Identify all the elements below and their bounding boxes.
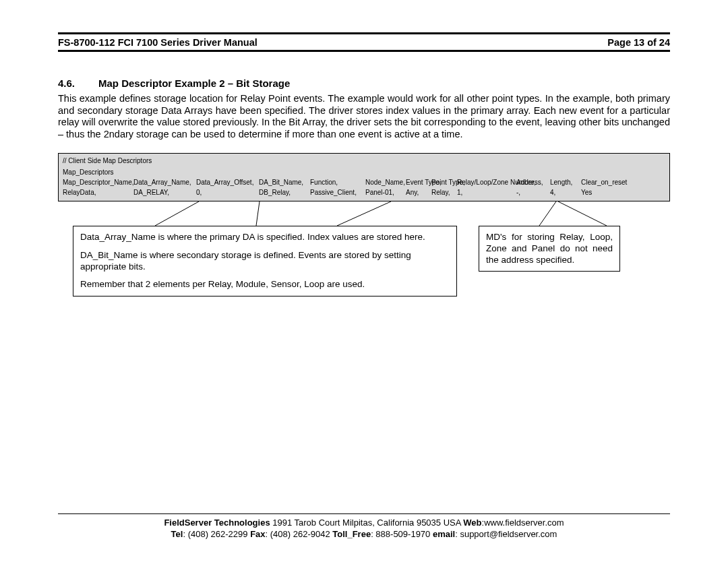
map-descriptor-table: // Client Side Map Descriptors Map_Descr… xyxy=(58,153,670,201)
footer-toll-label: Toll_Free xyxy=(332,529,371,539)
footer-tel-label: Tel xyxy=(171,529,183,539)
footer-fax-label: Fax xyxy=(250,529,265,539)
svg-line-3 xyxy=(539,201,556,226)
footer-web: :www.fieldserver.com xyxy=(482,518,564,528)
col-header: Node_Name, xyxy=(365,178,406,187)
cell: Relay, xyxy=(431,188,457,197)
callout-text: MD's for storing Relay, Loop, Zone and P… xyxy=(486,232,613,265)
page-number: Page 13 of 24 xyxy=(607,37,670,48)
callout-text: Data_Array_Name is where the primary DA … xyxy=(80,232,450,243)
cell: 0, xyxy=(196,188,259,197)
col-header: Data_Array_Offset, xyxy=(196,178,259,187)
col-header: Address, xyxy=(516,178,550,187)
footer-tel: : (408) 262-2299 xyxy=(183,529,250,539)
svg-line-2 xyxy=(337,201,391,226)
footer-web-label: Web xyxy=(463,518,481,528)
col-header: Clear_on_reset xyxy=(581,178,635,187)
callout-box-left: Data_Array_Name is where the primary DA … xyxy=(73,226,457,297)
footer-address: 1991 Tarob Court Milpitas, California 95… xyxy=(270,518,464,528)
svg-line-4 xyxy=(558,201,607,226)
footer-fax: : (408) 262-9042 xyxy=(266,529,333,539)
table-comment: // Client Side Map Descriptors xyxy=(63,156,665,165)
section-title: Map Descriptor Example 2 – Bit Storage xyxy=(98,77,290,89)
section-paragraph: This example defines storage location fo… xyxy=(58,93,670,141)
col-header: Length, xyxy=(550,178,581,187)
footer-company: FieldServer Technologies xyxy=(164,518,270,528)
cell: DB_Relay, xyxy=(259,188,310,197)
col-header: Function, xyxy=(310,178,365,187)
col-header: Relay/Loop/Zone Number, xyxy=(457,178,516,187)
page-footer: FieldServer Technologies 1991 Tarob Cour… xyxy=(58,513,670,540)
section-heading: 4.6. Map Descriptor Example 2 – Bit Stor… xyxy=(58,77,670,89)
cell: RelayData, xyxy=(63,188,133,197)
page-header: FS-8700-112 FCI 7100 Series Driver Manua… xyxy=(58,36,670,52)
cell: DA_RELAY, xyxy=(133,188,196,197)
cell: -, xyxy=(516,188,550,197)
doc-title: FS-8700-112 FCI 7100 Series Driver Manua… xyxy=(58,37,257,48)
callout-text: DA_Bit_Name is where secondary storage i… xyxy=(80,250,450,273)
section-number: 4.6. xyxy=(58,77,98,89)
callout-box-right: MD's for storing Relay, Loop, Zone and P… xyxy=(479,226,620,272)
cell: Panel-01, xyxy=(365,188,406,197)
col-header: Point Type, xyxy=(431,178,457,187)
cell: Yes xyxy=(581,188,635,197)
footer-toll: : 888-509-1970 xyxy=(371,529,433,539)
table-header-row: Map_Descriptor_Name, Data_Array_Name, Da… xyxy=(63,178,665,187)
col-header: Event Type, xyxy=(406,178,431,187)
cell: Any, xyxy=(406,188,431,197)
table-data-row: RelayData, DA_RELAY, 0, DB_Relay, Passiv… xyxy=(63,188,665,197)
col-header: DA_Bit_Name, xyxy=(259,178,310,187)
col-header: Map_Descriptor_Name, xyxy=(63,178,133,187)
cell: Passive_Client, xyxy=(310,188,365,197)
footer-email-label: email xyxy=(433,529,455,539)
callout-text: Remember that 2 elements per Relay, Modu… xyxy=(80,279,450,290)
svg-line-1 xyxy=(256,201,260,226)
svg-line-0 xyxy=(155,201,199,226)
cell: 4, xyxy=(550,188,581,197)
col-header: Data_Array_Name, xyxy=(133,178,196,187)
cell: 1, xyxy=(457,188,516,197)
table-section-label: Map_Descriptors xyxy=(63,168,665,177)
footer-email: : support@fieldserver.com xyxy=(455,529,557,539)
